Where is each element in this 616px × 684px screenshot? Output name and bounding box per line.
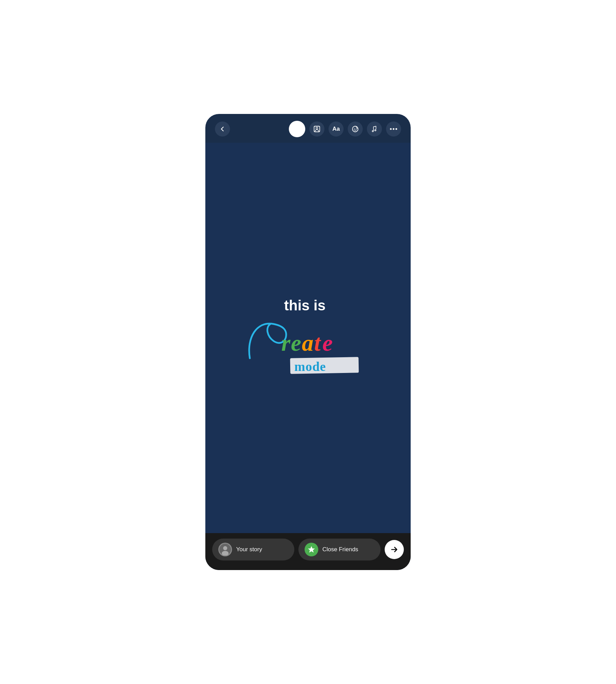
close-friends-button[interactable]: Close Friends	[298, 539, 381, 560]
more-options-button[interactable]	[386, 121, 401, 137]
svg-text:mode: mode	[294, 359, 326, 374]
svg-text:e: e	[291, 330, 301, 356]
create-mode-graphic: this is r e a t e mode	[243, 297, 373, 379]
top-bar: Aa	[205, 114, 411, 143]
close-friends-label: Close Friends	[322, 546, 358, 553]
text-icon-label: Aa	[332, 126, 340, 132]
your-story-label: Your story	[236, 546, 262, 553]
phone-frame: Aa	[205, 114, 411, 570]
your-story-button[interactable]: Your story	[212, 539, 294, 560]
svg-point-5	[390, 128, 392, 130]
create-mode-svg: r e a t e mode	[243, 310, 373, 379]
user-avatar	[218, 543, 232, 556]
close-friends-icon	[305, 543, 318, 556]
sticker-button[interactable]	[348, 121, 363, 137]
canvas-area: this is r e a t e mode	[205, 143, 411, 533]
draw-circle-button[interactable]	[289, 121, 305, 137]
back-button[interactable]	[215, 121, 230, 137]
svg-point-4	[356, 128, 357, 129]
bottom-bar: Your story Close Friends	[205, 533, 411, 570]
svg-point-6	[393, 128, 395, 130]
svg-text:a: a	[302, 330, 313, 356]
svg-text:e: e	[322, 330, 333, 356]
svg-point-2	[352, 126, 358, 132]
svg-point-7	[396, 128, 397, 130]
share-button[interactable]	[385, 540, 404, 559]
text-button[interactable]: Aa	[329, 121, 344, 137]
music-button[interactable]	[367, 121, 382, 137]
svg-point-1	[316, 127, 318, 129]
person-frame-button[interactable]	[309, 121, 324, 137]
svg-text:r: r	[281, 330, 291, 356]
svg-point-3	[354, 128, 355, 129]
svg-text:t: t	[314, 330, 321, 356]
svg-point-16	[223, 546, 227, 550]
svg-marker-18	[308, 546, 315, 553]
